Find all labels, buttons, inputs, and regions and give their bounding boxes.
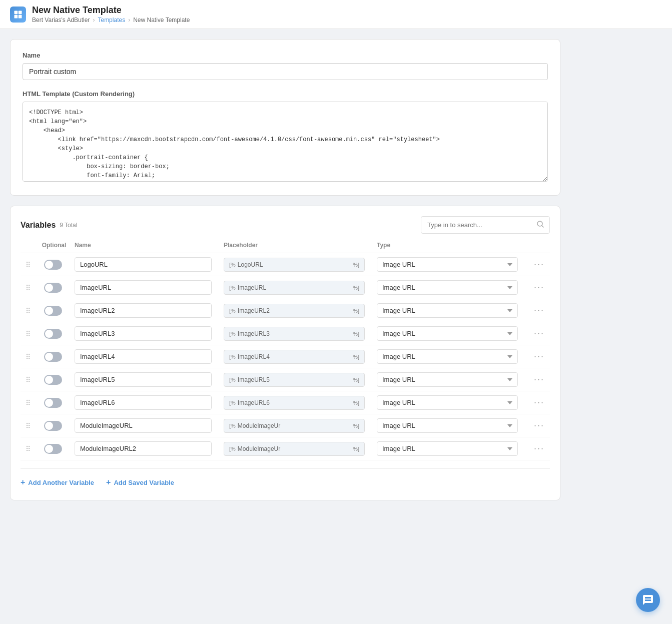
more-options-button[interactable]: ··· (530, 395, 548, 410)
optional-toggle[interactable] (44, 329, 62, 339)
variables-title-text: Variables (21, 221, 56, 230)
search-box (421, 216, 550, 234)
placeholder-text: ImageURL (238, 284, 351, 291)
placeholder-tag: [% ImageURL3 %] (224, 327, 365, 341)
drag-handle-icon[interactable]: ⠿ (21, 399, 36, 407)
optional-toggle-wrap (36, 375, 71, 385)
drag-handle-icon[interactable]: ⠿ (21, 284, 36, 292)
placeholder-cell: [% ModuleImageUr %] (224, 442, 377, 456)
variable-name-input[interactable] (75, 349, 212, 364)
add-variable-plus-icon: + (21, 478, 25, 487)
drag-handle-icon[interactable]: ⠿ (21, 445, 36, 453)
optional-toggle-wrap (36, 444, 71, 454)
name-cell (71, 372, 224, 387)
drag-handle-icon[interactable]: ⠿ (21, 330, 36, 338)
tag-close-bracket: %] (353, 446, 359, 452)
variable-name-input[interactable] (75, 441, 212, 456)
form-card: Name HTML Template (Custom Rendering) <!… (10, 39, 560, 196)
more-options-button[interactable]: ··· (530, 326, 548, 341)
variables-count: 9 Total (60, 222, 77, 229)
name-input[interactable] (23, 63, 548, 80)
add-saved-label: Add Saved Variable (114, 479, 174, 486)
app-header: New Native Template Bert Varias's AdButl… (0, 0, 672, 29)
type-cell: Image URLTextURLColorNumber (377, 372, 530, 387)
variable-name-input[interactable] (75, 395, 212, 410)
optional-toggle[interactable] (44, 352, 62, 362)
col-type-header: Type (377, 242, 530, 249)
name-label: Name (23, 52, 548, 59)
more-options-button[interactable]: ··· (530, 418, 548, 433)
type-select[interactable]: Image URLTextURLColorNumber (377, 441, 518, 456)
drag-handle-icon[interactable]: ⠿ (21, 353, 36, 361)
more-options-button[interactable]: ··· (530, 349, 548, 364)
type-select[interactable]: Image URLTextURLColorNumber (377, 303, 518, 318)
more-options-button[interactable]: ··· (530, 303, 548, 318)
breadcrumb-section[interactable]: Templates (98, 17, 125, 24)
tag-close-bracket: %] (353, 308, 359, 314)
variables-header: Variables 9 Total (21, 216, 550, 234)
tag-open-bracket: [% (229, 331, 236, 337)
drag-handle-icon[interactable]: ⠿ (21, 422, 36, 430)
optional-toggle[interactable] (44, 375, 62, 385)
type-select[interactable]: Image URLTextURLColorNumber (377, 372, 518, 387)
main-content: Name HTML Template (Custom Rendering) <!… (0, 29, 570, 510)
drag-handle-icon[interactable]: ⠿ (21, 261, 36, 269)
search-input[interactable] (421, 218, 531, 232)
placeholder-text: ModuleImageUr (238, 422, 351, 429)
name-cell (71, 349, 224, 364)
optional-toggle[interactable] (44, 283, 62, 293)
html-template-label: HTML Template (Custom Rendering) (23, 90, 548, 98)
tag-open-bracket: [% (229, 308, 236, 314)
drag-handle-icon[interactable]: ⠿ (21, 307, 36, 315)
type-select[interactable]: Image URLTextURLColorNumber (377, 395, 518, 410)
more-options-button[interactable]: ··· (530, 372, 548, 387)
placeholder-cell: [% ModuleImageUr %] (224, 419, 377, 433)
type-select[interactable]: Image URLTextURLColorNumber (377, 257, 518, 272)
optional-toggle-wrap (36, 398, 71, 408)
type-select[interactable]: Image URLTextURLColorNumber (377, 280, 518, 295)
type-select[interactable]: Image URLTextURLColorNumber (377, 418, 518, 433)
variable-name-input[interactable] (75, 303, 212, 318)
type-cell: Image URLTextURLColorNumber (377, 280, 530, 295)
placeholder-text: ImageURL6 (238, 399, 351, 406)
placeholder-cell: [% ImageURL %] (224, 281, 377, 295)
type-cell: Image URLTextURLColorNumber (377, 349, 530, 364)
search-button[interactable] (531, 217, 549, 233)
placeholder-cell: [% ImageURL6 %] (224, 396, 377, 410)
optional-toggle[interactable] (44, 421, 62, 431)
drag-handle-icon[interactable]: ⠿ (21, 376, 36, 384)
type-cell: Image URLTextURLColorNumber (377, 326, 530, 341)
optional-toggle[interactable] (44, 398, 62, 408)
optional-toggle[interactable] (44, 444, 62, 454)
type-select[interactable]: Image URLTextURLColorNumber (377, 349, 518, 364)
more-options-button[interactable]: ··· (530, 441, 548, 456)
add-variable-button[interactable]: + Add Another Variable (21, 475, 94, 490)
table-row: ⠿ [% ImageURL6 %] Image URLTextURLColorN… (21, 391, 550, 414)
actions-cell: ··· (530, 257, 550, 272)
type-select[interactable]: Image URLTextURLColorNumber (377, 326, 518, 341)
actions-cell: ··· (530, 303, 550, 318)
variable-name-input[interactable] (75, 257, 212, 272)
header-text: New Native Template Bert Varias's AdButl… (32, 5, 190, 24)
actions-cell: ··· (530, 372, 550, 387)
variable-name-input[interactable] (75, 372, 212, 387)
optional-toggle[interactable] (44, 306, 62, 316)
tag-open-bracket: [% (229, 423, 236, 429)
variable-name-input[interactable] (75, 326, 212, 341)
name-cell (71, 326, 224, 341)
optional-toggle-wrap (36, 260, 71, 270)
html-template-textarea[interactable]: <!DOCTYPE html> <html lang="en"> <head> … (23, 102, 548, 182)
placeholder-text: ImageURL5 (238, 376, 351, 383)
optional-toggle[interactable] (44, 260, 62, 270)
app-logo (10, 7, 26, 23)
variable-name-input[interactable] (75, 418, 212, 433)
optional-toggle-wrap (36, 421, 71, 431)
add-saved-variable-button[interactable]: + Add Saved Variable (106, 475, 174, 490)
tag-open-bracket: [% (229, 400, 236, 406)
more-options-button[interactable]: ··· (530, 257, 548, 272)
table-row: ⠿ [% LogoURL %] Image URLTextURLColorNum… (21, 253, 550, 276)
variable-name-input[interactable] (75, 280, 212, 295)
tag-close-bracket: %] (353, 285, 359, 291)
more-options-button[interactable]: ··· (530, 280, 548, 295)
table-row: ⠿ [% ModuleImageUr %] Image URLTextURLCo… (21, 437, 550, 460)
